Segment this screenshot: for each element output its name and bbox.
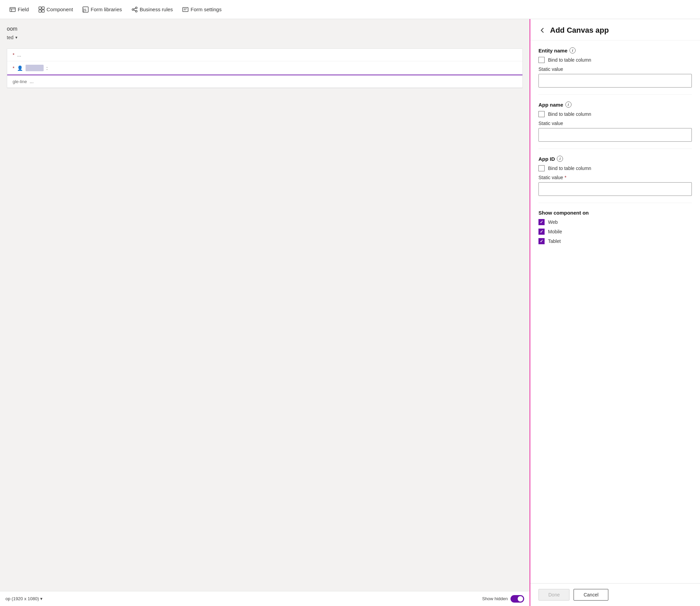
back-button[interactable] [538, 27, 546, 34]
nav-component[interactable]: Component [34, 4, 77, 15]
app-name-info-icon[interactable]: i [565, 102, 572, 108]
app-id-info-icon[interactable]: i [557, 156, 563, 162]
app-name-group: App name i Bind to table column Static v… [538, 102, 692, 142]
app-name-static-value-group: Static value [538, 121, 692, 142]
app-id-input[interactable] [538, 182, 692, 196]
chevron-down-icon: ▾ [15, 35, 17, 40]
app-name-bind-label: Bind to table column [548, 111, 591, 117]
canvas-area: oom ted ▾ * ... * 👤 : gle-line [0, 19, 530, 606]
entity-name-input[interactable] [538, 74, 692, 88]
cancel-button[interactable]: Cancel [574, 589, 608, 601]
form-libraries-icon: js [82, 6, 89, 13]
app-name-bind-row: Bind to table column [538, 111, 692, 117]
mobile-option-row: Mobile [538, 229, 692, 235]
tablet-option-row: Tablet [538, 238, 692, 244]
svg-line-12 [134, 8, 135, 9]
web-checkbox[interactable] [538, 219, 545, 225]
app-id-static-label: Static value * [538, 175, 692, 180]
right-panel: Add Canvas app Entity name i Bind to tab… [530, 19, 700, 606]
entity-name-static-label: Static value [538, 66, 692, 72]
required-asterisk-1: * [13, 52, 14, 58]
entity-name-info-icon[interactable]: i [569, 47, 576, 53]
panel-header: Add Canvas app [530, 19, 700, 41]
bottom-bar: op (1920 x 1080) ▾ Show hidden [0, 591, 530, 606]
resolution-selector[interactable]: op (1920 x 1080) ▾ [5, 596, 43, 601]
field-dots-1: ... [17, 52, 21, 58]
top-nav: Field Component js Form libraries [0, 0, 700, 19]
web-option-row: Web [538, 219, 692, 225]
divider-2 [538, 149, 692, 149]
field-label-2 [26, 65, 44, 71]
app-id-bind-row: Bind to table column [538, 165, 692, 171]
panel-title: Add Canvas app [550, 26, 609, 35]
mobile-checkbox[interactable] [538, 229, 545, 235]
panel-footer: Done Cancel [530, 583, 700, 606]
svg-rect-6 [42, 10, 44, 12]
nav-form-settings[interactable]: Form settings [178, 4, 226, 15]
app-name-label: App name i [538, 102, 692, 108]
app-id-label: App ID i [538, 156, 692, 162]
show-hidden-label: Show hidden [482, 596, 508, 601]
nav-field-label: Field [18, 6, 29, 12]
tablet-checkbox[interactable] [538, 238, 545, 244]
svg-text:js: js [83, 7, 87, 12]
field-dots-3: ... [30, 79, 34, 84]
panel-body: Entity name i Bind to table column Stati… [530, 41, 700, 251]
form-settings-icon [182, 6, 188, 13]
show-hidden-switch[interactable] [511, 595, 524, 603]
field-icon [10, 6, 16, 13]
app-name-static-label: Static value [538, 121, 692, 126]
resolution-text: op (1920 x 1080) [5, 596, 39, 601]
nav-component-label: Component [47, 6, 73, 12]
app-name-bind-checkbox[interactable] [538, 111, 545, 117]
show-component-group: Show component on Web Mobile Tablet [538, 210, 692, 244]
nav-form-libraries[interactable]: js Form libraries [78, 4, 126, 15]
business-rules-icon [132, 6, 138, 13]
svg-rect-0 [10, 7, 15, 12]
nav-field[interactable]: Field [5, 4, 33, 15]
svg-rect-3 [39, 7, 41, 9]
app-name-input[interactable] [538, 128, 692, 142]
entity-name-static-value-group: Static value [538, 66, 692, 88]
nav-business-rules[interactable]: Business rules [127, 4, 177, 15]
main-area: oom ted ▾ * ... * 👤 : gle-line [0, 19, 700, 606]
svg-rect-5 [39, 10, 41, 12]
svg-rect-4 [42, 7, 44, 9]
app-id-static-value-group: Static value * [538, 175, 692, 196]
app-id-bind-label: Bind to table column [548, 166, 591, 171]
canvas-field-row-1: * ... [7, 49, 522, 61]
app-id-bind-checkbox[interactable] [538, 165, 545, 171]
entity-name-bind-label: Bind to table column [548, 57, 591, 63]
web-label: Web [548, 219, 558, 225]
canvas-field-row-3: gle-line ... [7, 75, 522, 88]
svg-point-10 [135, 7, 137, 9]
done-button[interactable]: Done [538, 589, 569, 601]
nav-business-rules-label: Business rules [140, 6, 173, 12]
component-icon [39, 6, 45, 13]
show-hidden-toggle: Show hidden [482, 595, 524, 603]
entity-name-bind-row: Bind to table column [538, 57, 692, 63]
divider-3 [538, 203, 692, 203]
canvas-dropdown[interactable]: ted ▾ [7, 33, 17, 42]
svg-rect-14 [183, 7, 188, 12]
person-icon: 👤 [17, 65, 23, 71]
canvas-field-row-2: * 👤 : [7, 61, 522, 75]
app-id-required-star: * [564, 175, 566, 180]
entity-name-bind-checkbox[interactable] [538, 57, 545, 63]
svg-line-13 [134, 10, 135, 11]
svg-point-11 [135, 10, 137, 12]
entity-name-group: Entity name i Bind to table column Stati… [538, 47, 692, 88]
entity-name-label: Entity name i [538, 47, 692, 53]
tablet-label: Tablet [548, 238, 561, 244]
app-id-group: App ID i Bind to table column Static val… [538, 156, 692, 196]
canvas-fields: * ... * 👤 : gle-line ... [7, 48, 523, 88]
divider-1 [538, 94, 692, 95]
nav-form-libraries-label: Form libraries [91, 6, 122, 12]
nav-form-settings-label: Form settings [191, 6, 222, 12]
single-line-label: gle-line [13, 79, 27, 84]
mobile-label: Mobile [548, 229, 562, 234]
show-component-label: Show component on [538, 210, 692, 216]
chevron-down-icon-res: ▾ [40, 596, 43, 601]
field-colon: : [46, 65, 48, 71]
canvas-dropdown-text: ted [7, 35, 13, 40]
